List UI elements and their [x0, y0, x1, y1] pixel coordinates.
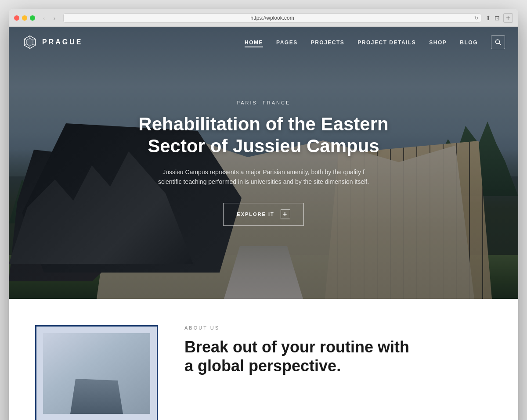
- nav-link-projects[interactable]: PROJECTS: [311, 39, 345, 46]
- maximize-button[interactable]: [30, 15, 35, 21]
- svg-line-4: [33, 44, 35, 46]
- about-heading: Break out of your routine with a global …: [184, 337, 492, 375]
- search-icon: [495, 39, 501, 45]
- about-building-silhouette: [70, 379, 123, 414]
- svg-line-6: [24, 44, 26, 46]
- nav-item-shop[interactable]: SHOP: [429, 38, 447, 46]
- close-button[interactable]: [14, 15, 19, 21]
- refresh-icon[interactable]: ↻: [474, 15, 478, 21]
- explore-icon: +: [281, 209, 290, 219]
- hero-content: PARIS, FRANCE Rehabilitation of the East…: [110, 100, 417, 226]
- hero-section: PRAGUE HOME PAGES PROJECTS PROJECT DETAI…: [9, 27, 518, 299]
- about-label: ABOUT US: [184, 325, 492, 330]
- nav-link-pages[interactable]: PAGES: [276, 39, 298, 46]
- logo[interactable]: PRAGUE: [22, 34, 83, 50]
- explore-button[interactable]: EXPLORE IT +: [223, 203, 303, 226]
- explore-label: EXPLORE IT: [237, 212, 274, 217]
- svg-marker-1: [27, 38, 33, 46]
- browser-window: ‹ › https://wplook.com ↻ ⬆ ⊡ +: [9, 9, 518, 420]
- logo-text: PRAGUE: [42, 38, 83, 46]
- svg-line-3: [33, 39, 35, 40]
- minimize-button[interactable]: [22, 15, 27, 21]
- nav-item-home[interactable]: HOME: [245, 38, 263, 46]
- about-heading-line1: Break out of your routine with: [184, 338, 409, 356]
- svg-line-9: [499, 43, 501, 45]
- nav-link-project-details[interactable]: PROJECT DETAILS: [357, 39, 416, 46]
- about-heading-line2: a global perspective.: [184, 357, 341, 375]
- nav-link-home[interactable]: HOME: [245, 39, 263, 47]
- about-image-inner: [43, 333, 150, 414]
- about-image-frame: [35, 325, 158, 420]
- nav-menu: HOME PAGES PROJECTS PROJECT DETAILS SHOP: [245, 35, 505, 49]
- forward-button[interactable]: ›: [50, 14, 59, 22]
- nav-arrows: ‹ ›: [40, 14, 59, 22]
- traffic-lights: [14, 15, 35, 21]
- address-bar[interactable]: https://wplook.com ↻: [63, 13, 481, 23]
- nav-item-pages[interactable]: PAGES: [276, 38, 298, 46]
- share-button[interactable]: ⬆: [486, 14, 491, 22]
- nav-item-projects[interactable]: PROJECTS: [311, 38, 345, 46]
- navbar: PRAGUE HOME PAGES PROJECTS PROJECT DETAI…: [9, 27, 518, 57]
- reader-view-button[interactable]: ⊡: [495, 14, 500, 22]
- url-text: https://wplook.com: [250, 15, 294, 21]
- logo-icon: [22, 34, 38, 50]
- hero-title: Rehabilitation of the Eastern Sector of …: [110, 113, 417, 158]
- svg-line-7: [24, 39, 26, 40]
- new-tab-button[interactable]: +: [503, 13, 513, 23]
- nav-link-shop[interactable]: SHOP: [429, 39, 447, 46]
- search-button[interactable]: [491, 35, 505, 49]
- back-button[interactable]: ‹: [40, 14, 48, 22]
- hero-description: Jussieu Campus represents a major Parisi…: [154, 167, 373, 187]
- hero-location: PARIS, FRANCE: [110, 100, 417, 105]
- nav-item-blog[interactable]: BLOG: [460, 38, 478, 46]
- about-text-column: ABOUT US Break out of your routine with …: [184, 325, 492, 375]
- nav-item-project-details[interactable]: PROJECT DETAILS: [357, 38, 416, 46]
- nav-link-blog[interactable]: BLOG: [460, 39, 478, 46]
- site-content: PRAGUE HOME PAGES PROJECTS PROJECT DETAI…: [9, 27, 518, 420]
- nav-item-search: [491, 35, 505, 49]
- about-image-column: [35, 325, 158, 420]
- below-fold-section: ABOUT US Break out of your routine with …: [9, 299, 518, 420]
- browser-actions: ⬆ ⊡ +: [486, 13, 513, 23]
- browser-chrome: ‹ › https://wplook.com ↻ ⬆ ⊡ +: [9, 9, 518, 27]
